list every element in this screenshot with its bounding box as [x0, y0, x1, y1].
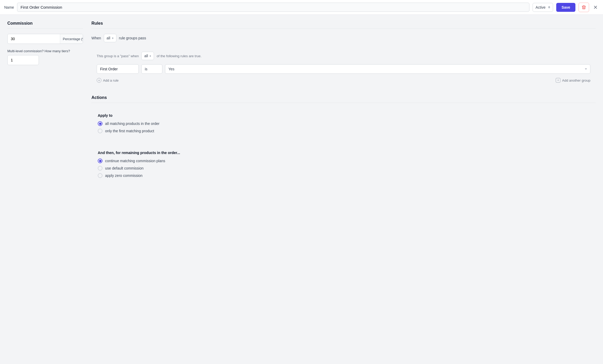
- left-column: Commission Percentage (%) Multi-level co…: [7, 21, 91, 358]
- multilevel-label: Multi-level commission? How many tiers?: [7, 49, 83, 53]
- apply-to-option-1[interactable]: only the first matching product: [98, 129, 589, 133]
- radio-first-matching: [98, 129, 102, 133]
- add-rule-button[interactable]: + Add a rule: [97, 78, 118, 83]
- and-then-option-2-label: apply zero commission: [105, 173, 142, 178]
- main-content: Commission Percentage (%) Multi-level co…: [0, 15, 603, 364]
- status-chevrons: [548, 6, 550, 8]
- when-all-value: all: [107, 36, 110, 40]
- radio-apply-zero: [98, 173, 102, 178]
- apply-to-option-0[interactable]: all matching products in the order: [98, 121, 589, 126]
- header: Name Active Save ✕: [0, 0, 603, 15]
- apply-to-option-1-label: only the first matching product: [105, 129, 154, 133]
- when-row: When all rule groups pass: [91, 34, 596, 42]
- actions-section: Actions Apply to all matching products i…: [91, 95, 596, 186]
- add-group-button[interactable]: + Add another group: [556, 78, 590, 83]
- apply-to-box: Apply to all matching products in the or…: [91, 108, 596, 141]
- trash-icon: [581, 5, 586, 10]
- close-button[interactable]: ✕: [592, 4, 599, 11]
- status-label: Active: [535, 5, 545, 9]
- rule-val-arrow: [585, 68, 587, 70]
- apply-to-option-0-label: all matching products in the order: [105, 122, 159, 126]
- rules-section-title: Rules: [91, 21, 596, 29]
- tiers-input[interactable]: [7, 55, 39, 65]
- group-footer: + Add a rule + Add another group: [97, 78, 590, 83]
- save-button[interactable]: Save: [556, 3, 575, 12]
- name-input[interactable]: [17, 3, 529, 12]
- and-then-option-1-label: use default commission: [105, 166, 143, 170]
- commission-type-select[interactable]: Percentage (%): [60, 34, 83, 44]
- commission-type-label: Percentage (%): [63, 37, 83, 41]
- and-then-option-0[interactable]: continue matching commission plans: [98, 159, 589, 163]
- radio-all-matching: [98, 121, 102, 126]
- group-all-select[interactable]: all: [141, 52, 154, 60]
- rule-field-select[interactable]: First Order: [97, 64, 139, 74]
- rule-val-value: Yes: [168, 67, 174, 71]
- radio-use-default: [98, 166, 102, 171]
- apply-to-title: Apply to: [98, 113, 589, 118]
- commission-section-title: Commission: [7, 21, 83, 29]
- rule-op-value: is: [145, 67, 147, 71]
- and-then-option-0-label: continue matching commission plans: [105, 159, 165, 163]
- and-then-box: And then, for remaining products in the …: [91, 145, 596, 186]
- commission-input-row: Percentage (%): [7, 34, 83, 44]
- add-group-icon: +: [556, 78, 560, 83]
- and-then-option-2[interactable]: apply zero commission: [98, 173, 589, 178]
- delete-button[interactable]: [579, 3, 589, 12]
- when-chevrons: [112, 37, 114, 39]
- actions-section-title: Actions: [91, 95, 596, 103]
- rule-value-select[interactable]: Yes: [165, 64, 590, 74]
- rule-op-select[interactable]: is: [141, 64, 162, 74]
- rule-group: This group is a "pass" when all of the f…: [91, 46, 596, 87]
- group-all-value: all: [144, 54, 148, 58]
- when-label: When: [91, 36, 101, 40]
- radio-continue-matching: [98, 159, 102, 163]
- rule-groups-pass-label: rule groups pass: [119, 36, 146, 40]
- add-rule-label: Add a rule: [103, 78, 118, 82]
- group-condition-suffix: of the following rules are true.: [157, 54, 202, 58]
- group-all-chevrons: [150, 55, 151, 57]
- add-group-label: Add another group: [562, 78, 590, 82]
- status-select[interactable]: Active: [533, 3, 553, 12]
- right-column: Rules When all rule groups pass This gro…: [91, 21, 596, 358]
- name-label: Name: [4, 5, 14, 9]
- rule-row: First Order is Yes: [97, 64, 590, 74]
- group-condition-prefix: This group is a "pass" when: [97, 54, 139, 58]
- when-all-select[interactable]: all: [104, 34, 116, 42]
- and-then-title: And then, for remaining products in the …: [98, 151, 589, 155]
- add-rule-icon: +: [97, 78, 101, 83]
- commission-value-input[interactable]: [8, 34, 60, 44]
- rule-field-value: First Order: [100, 67, 118, 71]
- group-condition-row: This group is a "pass" when all of the f…: [97, 52, 590, 60]
- and-then-option-1[interactable]: use default commission: [98, 166, 589, 171]
